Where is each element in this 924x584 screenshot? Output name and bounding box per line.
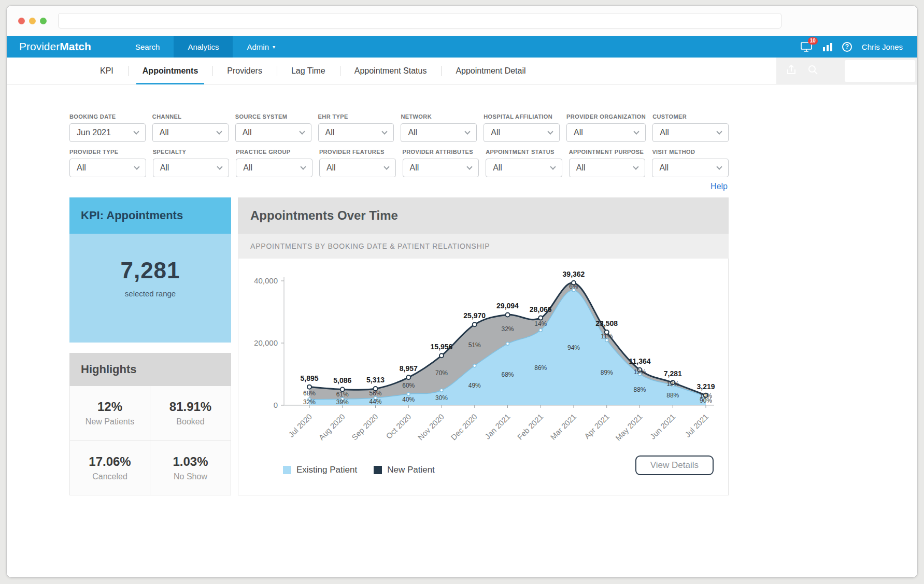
filter-select-channel[interactable]: All xyxy=(152,123,229,142)
nav-item-analytics[interactable]: Analytics xyxy=(174,36,233,58)
subnav-tabs: KPIAppointmentsProvidersLag TimeAppointm… xyxy=(7,58,917,84)
share-icon[interactable] xyxy=(786,64,797,78)
legend-existing-patient[interactable]: Existing Patient xyxy=(283,465,357,475)
subnav-toolbar xyxy=(776,58,917,84)
window-close-button[interactable] xyxy=(18,18,25,24)
tab-appointments[interactable]: Appointments xyxy=(128,58,213,84)
tab-providers[interactable]: Providers xyxy=(212,58,277,84)
filter-select-provider-organization[interactable]: All xyxy=(566,123,646,142)
tab-appointment-status[interactable]: Appointment Status xyxy=(340,58,442,84)
window-minimize-button[interactable] xyxy=(29,18,36,24)
tab-kpi[interactable]: KPI xyxy=(86,58,128,84)
user-menu[interactable]: Chris Jones xyxy=(862,42,903,51)
filter-value: All xyxy=(243,128,252,137)
nav-item-admin[interactable]: Admin xyxy=(233,36,289,58)
help-icon[interactable] xyxy=(842,42,852,52)
filter-select-specialty[interactable]: All xyxy=(153,159,230,177)
filter-select-network[interactable]: All xyxy=(401,123,477,142)
dashboard-content: BOOKING DATEJun 2021CHANNELAllSOURCE SYS… xyxy=(7,84,917,578)
filter-label: VISIT METHOD xyxy=(652,148,729,155)
legend-swatch xyxy=(283,466,291,474)
filter-select-source-system[interactable]: All xyxy=(235,123,311,142)
filter-specialty: SPECIALTYAll xyxy=(153,148,230,177)
svg-text:14%: 14% xyxy=(534,320,547,327)
filter-row-2: PROVIDER TYPEAllSPECIALTYAllPRACTICE GRO… xyxy=(69,148,729,177)
legend-label: Existing Patient xyxy=(296,465,357,475)
filter-select-provider-features[interactable]: All xyxy=(319,159,396,177)
kpi-card: KPI: Appointments 7,281 selected range xyxy=(69,197,231,343)
filter-select-practice-group[interactable]: All xyxy=(236,159,312,177)
help-link[interactable]: Help xyxy=(710,182,728,191)
filter-select-customer[interactable]: All xyxy=(652,123,729,142)
nav-item-label: Search xyxy=(135,42,160,51)
svg-text:70%: 70% xyxy=(435,369,448,377)
nav-menu: SearchAnalyticsAdmin xyxy=(121,36,289,58)
chart-panel: Appointments Over Time APPOINTMENTS BY B… xyxy=(238,197,729,495)
nav-item-search[interactable]: Search xyxy=(121,36,174,58)
svg-text:51%: 51% xyxy=(468,341,481,349)
svg-text:Mar 2021: Mar 2021 xyxy=(548,412,578,441)
svg-text:56%: 56% xyxy=(369,390,381,397)
bar-chart-icon[interactable] xyxy=(822,42,832,51)
svg-text:32%: 32% xyxy=(303,398,316,406)
brand-part-1: Provider xyxy=(19,40,60,53)
chevron-down-icon xyxy=(133,129,139,134)
filter-value: All xyxy=(326,163,336,173)
svg-text:29,094: 29,094 xyxy=(496,302,519,310)
chevron-down-icon xyxy=(716,129,722,134)
svg-text:12%: 12% xyxy=(633,368,646,376)
filter-label: BOOKING DATE xyxy=(69,113,146,120)
filter-label: PRACTICE GROUP xyxy=(236,148,312,155)
legend-label: New Patient xyxy=(387,465,435,475)
filter-provider-attributes: PROVIDER ATTRIBUTESAll xyxy=(403,148,479,177)
filter-ehr-type: EHR TYPEAll xyxy=(318,113,394,142)
nav-item-label: Analytics xyxy=(188,42,219,51)
appointments-chart-svg[interactable]: 020,00040,000Jul 2020Aug 2020Sep 2020Oct… xyxy=(238,259,728,457)
filter-value: All xyxy=(660,128,669,137)
highlight-value: 12% xyxy=(97,400,122,414)
svg-text:88%: 88% xyxy=(633,386,646,393)
filter-select-ehr-type[interactable]: All xyxy=(318,123,394,142)
filter-value: All xyxy=(576,163,586,173)
filter-select-appointment-status[interactable]: All xyxy=(486,159,562,177)
filter-value: All xyxy=(491,128,500,137)
legend-new-patient[interactable]: New Patient xyxy=(374,465,435,475)
filter-select-hospital-affiliation[interactable]: All xyxy=(484,123,560,142)
address-bar[interactable] xyxy=(58,13,781,29)
svg-text:23,508: 23,508 xyxy=(595,319,618,327)
svg-text:6%: 6% xyxy=(569,283,578,290)
highlight-label: New Patients xyxy=(86,417,134,426)
search-icon[interactable] xyxy=(807,64,819,78)
brand-part-2: Match xyxy=(60,40,91,53)
filter-select-booking-date[interactable]: Jun 2021 xyxy=(69,123,146,142)
filter-source-system: SOURCE SYSTEMAll xyxy=(235,113,311,142)
svg-text:5,895: 5,895 xyxy=(300,374,318,382)
svg-text:15,956: 15,956 xyxy=(431,343,453,351)
browser-chrome xyxy=(7,6,917,36)
svg-text:5,086: 5,086 xyxy=(333,376,351,384)
chevron-down-icon xyxy=(716,164,722,169)
filter-select-provider-type[interactable]: All xyxy=(69,159,146,177)
svg-text:39%: 39% xyxy=(336,398,349,406)
chart-subtitle: APPOINTMENTS BY BOOKING DATE & PATIENT R… xyxy=(238,234,729,259)
svg-text:49%: 49% xyxy=(468,382,481,389)
filter-select-provider-attributes[interactable]: All xyxy=(403,159,479,177)
view-details-button[interactable]: View Details xyxy=(635,455,714,475)
svg-text:60%: 60% xyxy=(402,382,415,389)
ghost-dropdown[interactable] xyxy=(845,60,915,82)
nav-item-label: Admin xyxy=(247,42,269,51)
brand-logo[interactable]: ProviderMatch xyxy=(7,36,104,58)
tab-lag-time[interactable]: Lag Time xyxy=(277,58,340,84)
kpi-value: 7,281 xyxy=(120,258,180,283)
filter-value: Jun 2021 xyxy=(77,128,111,137)
svg-text:0: 0 xyxy=(274,401,278,409)
svg-text:11,364: 11,364 xyxy=(629,357,650,365)
notifications-icon[interactable]: 10 xyxy=(801,41,812,52)
window-zoom-button[interactable] xyxy=(40,18,47,24)
legend-swatch xyxy=(374,466,382,474)
svg-text:12%: 12% xyxy=(666,380,679,388)
highlight-booked: 81.91%Booked xyxy=(150,386,231,440)
filter-select-visit-method[interactable]: All xyxy=(652,159,729,177)
tab-appointment-detail[interactable]: Appointment Detail xyxy=(441,58,540,84)
filter-select-appointment-purpose[interactable]: All xyxy=(569,159,646,177)
